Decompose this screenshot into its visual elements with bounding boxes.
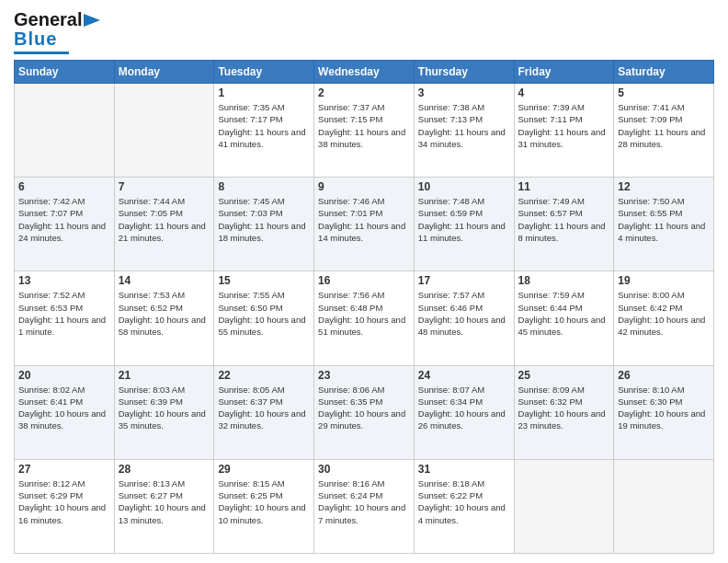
calendar-header-thursday: Thursday	[414, 61, 514, 84]
calendar-table: SundayMondayTuesdayWednesdayThursdayFrid…	[14, 60, 714, 554]
calendar-day-cell	[614, 459, 714, 553]
day-info: Sunrise: 8:13 AMSunset: 6:27 PMDaylight:…	[119, 477, 210, 526]
day-info: Sunrise: 8:07 AMSunset: 6:34 PMDaylight:…	[418, 384, 510, 432]
logo-arrow-icon	[84, 14, 100, 27]
day-info: Sunrise: 7:46 AMSunset: 7:01 PMDaylight:…	[318, 195, 410, 244]
day-number: 24	[418, 369, 510, 382]
day-number: 7	[119, 180, 210, 193]
calendar-day-cell: 30Sunrise: 8:16 AMSunset: 6:24 PMDayligh…	[314, 459, 415, 553]
calendar-header-wednesday: Wednesday	[314, 61, 415, 84]
day-number: 26	[618, 369, 710, 382]
day-info: Sunrise: 7:38 AMSunset: 7:13 PMDaylight:…	[418, 101, 510, 150]
calendar-day-cell: 31Sunrise: 8:18 AMSunset: 6:22 PMDayligh…	[414, 459, 514, 553]
calendar-day-cell: 1Sunrise: 7:35 AMSunset: 7:17 PMDaylight…	[214, 84, 314, 178]
calendar-header-monday: Monday	[114, 61, 214, 84]
day-info: Sunrise: 7:52 AMSunset: 6:53 PMDaylight:…	[18, 289, 110, 338]
calendar-day-cell: 14Sunrise: 7:53 AMSunset: 6:52 PMDayligh…	[114, 271, 214, 365]
day-number: 22	[218, 369, 310, 382]
day-info: Sunrise: 8:05 AMSunset: 6:37 PMDaylight:…	[218, 384, 310, 432]
calendar-day-cell: 27Sunrise: 8:12 AMSunset: 6:29 PMDayligh…	[15, 459, 115, 553]
calendar-week-row: 6Sunrise: 7:42 AMSunset: 7:07 PMDaylight…	[15, 178, 714, 271]
day-number: 9	[318, 180, 410, 193]
day-number: 25	[518, 369, 610, 382]
day-info: Sunrise: 8:18 AMSunset: 6:22 PMDaylight:…	[418, 477, 510, 526]
calendar-day-cell: 29Sunrise: 8:15 AMSunset: 6:25 PMDayligh…	[214, 459, 314, 553]
day-info: Sunrise: 8:02 AMSunset: 6:41 PMDaylight:…	[18, 384, 110, 432]
day-number: 28	[119, 463, 210, 476]
day-number: 29	[218, 463, 310, 476]
header: General Blue	[14, 9, 714, 54]
day-info: Sunrise: 8:03 AMSunset: 6:39 PMDaylight:…	[119, 384, 210, 432]
svg-marker-0	[84, 14, 100, 27]
calendar-day-cell: 26Sunrise: 8:10 AMSunset: 6:30 PMDayligh…	[614, 365, 714, 459]
calendar-day-cell: 18Sunrise: 7:59 AMSunset: 6:44 PMDayligh…	[514, 271, 614, 365]
day-info: Sunrise: 7:50 AMSunset: 6:55 PMDaylight:…	[618, 195, 710, 244]
calendar-day-cell: 3Sunrise: 7:38 AMSunset: 7:13 PMDaylight…	[414, 84, 514, 178]
calendar-week-row: 13Sunrise: 7:52 AMSunset: 6:53 PMDayligh…	[15, 271, 714, 365]
calendar-day-cell: 11Sunrise: 7:49 AMSunset: 6:57 PMDayligh…	[514, 178, 614, 271]
calendar-day-cell: 2Sunrise: 7:37 AMSunset: 7:15 PMDaylight…	[314, 84, 415, 178]
calendar-day-cell: 9Sunrise: 7:46 AMSunset: 7:01 PMDaylight…	[314, 178, 415, 271]
calendar-day-cell: 15Sunrise: 7:55 AMSunset: 6:50 PMDayligh…	[214, 271, 314, 365]
logo-underline	[14, 52, 69, 54]
day-info: Sunrise: 7:53 AMSunset: 6:52 PMDaylight:…	[119, 289, 210, 338]
logo-general: General	[14, 9, 82, 30]
day-number: 15	[218, 274, 310, 287]
day-info: Sunrise: 7:57 AMSunset: 6:46 PMDaylight:…	[418, 289, 510, 338]
day-number: 4	[518, 86, 610, 99]
calendar-day-cell: 20Sunrise: 8:02 AMSunset: 6:41 PMDayligh…	[15, 365, 115, 459]
day-info: Sunrise: 8:15 AMSunset: 6:25 PMDaylight:…	[218, 477, 310, 526]
calendar-day-cell: 12Sunrise: 7:50 AMSunset: 6:55 PMDayligh…	[614, 178, 714, 271]
day-number: 6	[18, 180, 110, 193]
day-number: 2	[318, 86, 410, 99]
calendar-day-cell: 7Sunrise: 7:44 AMSunset: 7:05 PMDaylight…	[114, 178, 214, 271]
logo: General Blue	[14, 9, 100, 54]
calendar-day-cell: 25Sunrise: 8:09 AMSunset: 6:32 PMDayligh…	[514, 365, 614, 459]
calendar-week-row: 27Sunrise: 8:12 AMSunset: 6:29 PMDayligh…	[15, 459, 714, 553]
calendar-day-cell: 5Sunrise: 7:41 AMSunset: 7:09 PMDaylight…	[614, 84, 714, 178]
calendar-week-row: 20Sunrise: 8:02 AMSunset: 6:41 PMDayligh…	[15, 365, 714, 459]
logo-blue: Blue	[14, 29, 57, 50]
day-number: 14	[119, 274, 210, 287]
day-number: 8	[218, 180, 310, 193]
day-info: Sunrise: 8:06 AMSunset: 6:35 PMDaylight:…	[318, 384, 410, 432]
calendar-day-cell: 16Sunrise: 7:56 AMSunset: 6:48 PMDayligh…	[314, 271, 415, 365]
day-info: Sunrise: 8:16 AMSunset: 6:24 PMDaylight:…	[318, 477, 410, 526]
day-info: Sunrise: 7:44 AMSunset: 7:05 PMDaylight:…	[119, 195, 210, 244]
day-number: 20	[18, 369, 110, 382]
day-number: 1	[218, 86, 310, 99]
calendar-day-cell: 21Sunrise: 8:03 AMSunset: 6:39 PMDayligh…	[114, 365, 214, 459]
calendar-day-cell: 10Sunrise: 7:48 AMSunset: 6:59 PMDayligh…	[414, 178, 514, 271]
day-number: 23	[318, 369, 410, 382]
page: General Blue SundayMondayTuesdayWednesda…	[0, 0, 728, 563]
day-info: Sunrise: 7:48 AMSunset: 6:59 PMDaylight:…	[418, 195, 510, 244]
day-number: 27	[18, 463, 110, 476]
day-info: Sunrise: 7:56 AMSunset: 6:48 PMDaylight:…	[318, 289, 410, 338]
calendar-day-cell: 4Sunrise: 7:39 AMSunset: 7:11 PMDaylight…	[514, 84, 614, 178]
day-number: 18	[518, 274, 610, 287]
day-info: Sunrise: 7:55 AMSunset: 6:50 PMDaylight:…	[218, 289, 310, 338]
calendar-header-saturday: Saturday	[614, 61, 714, 84]
day-info: Sunrise: 8:10 AMSunset: 6:30 PMDaylight:…	[618, 384, 710, 432]
day-info: Sunrise: 8:09 AMSunset: 6:32 PMDaylight:…	[518, 384, 610, 432]
day-info: Sunrise: 7:45 AMSunset: 7:03 PMDaylight:…	[218, 195, 310, 244]
day-number: 5	[618, 86, 710, 99]
calendar-day-cell: 19Sunrise: 8:00 AMSunset: 6:42 PMDayligh…	[614, 271, 714, 365]
calendar-day-cell: 23Sunrise: 8:06 AMSunset: 6:35 PMDayligh…	[314, 365, 415, 459]
calendar-day-cell: 13Sunrise: 7:52 AMSunset: 6:53 PMDayligh…	[15, 271, 115, 365]
calendar-header-row: SundayMondayTuesdayWednesdayThursdayFrid…	[15, 61, 714, 84]
calendar-day-cell: 22Sunrise: 8:05 AMSunset: 6:37 PMDayligh…	[214, 365, 314, 459]
day-number: 31	[418, 463, 510, 476]
calendar-header-tuesday: Tuesday	[214, 61, 314, 84]
calendar-week-row: 1Sunrise: 7:35 AMSunset: 7:17 PMDaylight…	[15, 84, 714, 178]
day-info: Sunrise: 7:59 AMSunset: 6:44 PMDaylight:…	[518, 289, 610, 338]
day-info: Sunrise: 7:41 AMSunset: 7:09 PMDaylight:…	[618, 101, 710, 150]
day-number: 17	[418, 274, 510, 287]
day-info: Sunrise: 7:49 AMSunset: 6:57 PMDaylight:…	[518, 195, 610, 244]
day-number: 19	[618, 274, 710, 287]
day-info: Sunrise: 8:00 AMSunset: 6:42 PMDaylight:…	[618, 289, 710, 338]
day-number: 16	[318, 274, 410, 287]
calendar-day-cell: 24Sunrise: 8:07 AMSunset: 6:34 PMDayligh…	[414, 365, 514, 459]
day-info: Sunrise: 7:42 AMSunset: 7:07 PMDaylight:…	[18, 195, 110, 244]
calendar-day-cell: 8Sunrise: 7:45 AMSunset: 7:03 PMDaylight…	[214, 178, 314, 271]
